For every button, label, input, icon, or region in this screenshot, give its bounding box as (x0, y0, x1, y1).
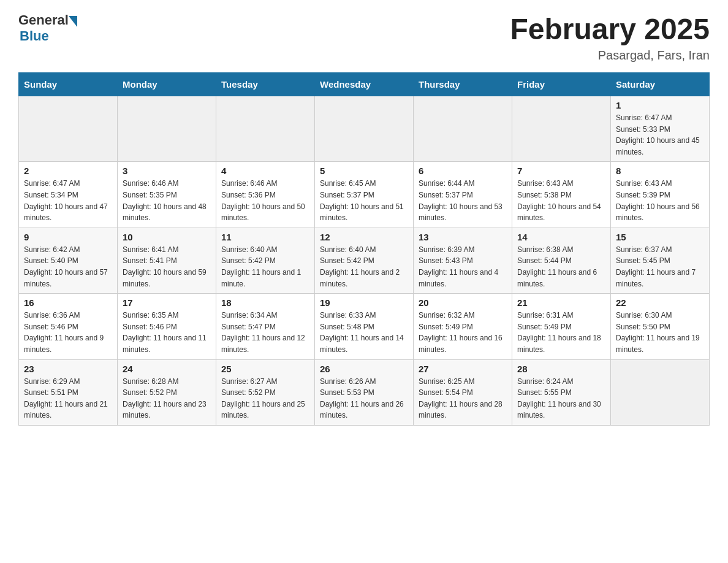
day-number: 18 (221, 297, 309, 308)
day-info: Sunrise: 6:38 AM Sunset: 5:44 PM Dayligh… (517, 244, 605, 289)
day-number: 20 (419, 297, 507, 308)
calendar-cell: 4Sunrise: 6:46 AM Sunset: 5:36 PM Daylig… (216, 162, 315, 228)
weekday-header-row: SundayMondayTuesdayWednesdayThursdayFrid… (19, 73, 710, 96)
day-number: 7 (517, 166, 605, 176)
calendar-cell (414, 96, 512, 162)
day-info: Sunrise: 6:40 AM Sunset: 5:42 PM Dayligh… (221, 244, 309, 289)
calendar-cell (315, 96, 414, 162)
calendar-week-row: 16Sunrise: 6:36 AM Sunset: 5:46 PM Dayli… (19, 294, 710, 359)
weekday-header-tuesday: Tuesday (216, 73, 315, 96)
calendar-cell: 17Sunrise: 6:35 AM Sunset: 5:46 PM Dayli… (118, 294, 216, 359)
weekday-header-wednesday: Wednesday (315, 73, 414, 96)
logo-text-blue: Blue (20, 28, 49, 44)
weekday-header-saturday: Saturday (611, 73, 710, 96)
calendar-cell (216, 96, 315, 162)
weekday-header-monday: Monday (118, 73, 216, 96)
calendar-cell: 8Sunrise: 6:43 AM Sunset: 5:39 PM Daylig… (611, 162, 710, 228)
day-info: Sunrise: 6:28 AM Sunset: 5:52 PM Dayligh… (123, 376, 211, 421)
calendar-cell: 7Sunrise: 6:43 AM Sunset: 5:38 PM Daylig… (512, 162, 611, 228)
calendar-cell: 9Sunrise: 6:42 AM Sunset: 5:40 PM Daylig… (19, 228, 118, 293)
day-number: 17 (123, 297, 211, 308)
day-info: Sunrise: 6:30 AM Sunset: 5:50 PM Dayligh… (616, 310, 704, 355)
calendar-cell (118, 96, 216, 162)
day-number: 26 (320, 364, 408, 374)
day-number: 12 (320, 232, 408, 242)
calendar-week-row: 23Sunrise: 6:29 AM Sunset: 5:51 PM Dayli… (19, 359, 710, 425)
day-number: 9 (24, 232, 112, 242)
day-info: Sunrise: 6:32 AM Sunset: 5:49 PM Dayligh… (419, 310, 507, 355)
calendar-cell: 15Sunrise: 6:37 AM Sunset: 5:45 PM Dayli… (611, 228, 710, 293)
logo-text-general: General (18, 12, 69, 28)
day-number: 14 (517, 232, 605, 242)
calendar-cell: 1Sunrise: 6:47 AM Sunset: 5:33 PM Daylig… (611, 96, 710, 162)
day-info: Sunrise: 6:46 AM Sunset: 5:35 PM Dayligh… (123, 178, 211, 223)
logo-arrow-icon (69, 16, 77, 27)
weekday-header-friday: Friday (512, 73, 611, 96)
day-info: Sunrise: 6:44 AM Sunset: 5:37 PM Dayligh… (419, 178, 507, 223)
day-info: Sunrise: 6:25 AM Sunset: 5:54 PM Dayligh… (419, 376, 507, 421)
day-number: 4 (221, 166, 309, 176)
calendar-cell: 10Sunrise: 6:41 AM Sunset: 5:41 PM Dayli… (118, 228, 216, 293)
calendar-cell: 16Sunrise: 6:36 AM Sunset: 5:46 PM Dayli… (19, 294, 118, 359)
day-number: 21 (517, 297, 605, 308)
calendar-week-row: 9Sunrise: 6:42 AM Sunset: 5:40 PM Daylig… (19, 228, 710, 293)
calendar-cell: 3Sunrise: 6:46 AM Sunset: 5:35 PM Daylig… (118, 162, 216, 228)
calendar-cell: 14Sunrise: 6:38 AM Sunset: 5:44 PM Dayli… (512, 228, 611, 293)
calendar-cell: 19Sunrise: 6:33 AM Sunset: 5:48 PM Dayli… (315, 294, 414, 359)
calendar-week-row: 2Sunrise: 6:47 AM Sunset: 5:34 PM Daylig… (19, 162, 710, 228)
day-info: Sunrise: 6:43 AM Sunset: 5:39 PM Dayligh… (616, 178, 704, 223)
calendar-cell (19, 96, 118, 162)
day-info: Sunrise: 6:33 AM Sunset: 5:48 PM Dayligh… (320, 310, 408, 355)
day-number: 8 (616, 166, 704, 176)
day-info: Sunrise: 6:37 AM Sunset: 5:45 PM Dayligh… (616, 244, 704, 289)
calendar-cell: 2Sunrise: 6:47 AM Sunset: 5:34 PM Daylig… (19, 162, 118, 228)
day-info: Sunrise: 6:24 AM Sunset: 5:55 PM Dayligh… (517, 376, 605, 421)
day-info: Sunrise: 6:41 AM Sunset: 5:41 PM Dayligh… (123, 244, 211, 289)
calendar-cell: 5Sunrise: 6:45 AM Sunset: 5:37 PM Daylig… (315, 162, 414, 228)
day-info: Sunrise: 6:47 AM Sunset: 5:33 PM Dayligh… (616, 112, 704, 158)
day-number: 15 (616, 232, 704, 242)
day-info: Sunrise: 6:43 AM Sunset: 5:38 PM Dayligh… (517, 178, 605, 223)
calendar-subtitle: Pasargad, Fars, Iran (510, 48, 710, 63)
day-number: 3 (123, 166, 211, 176)
calendar-cell: 20Sunrise: 6:32 AM Sunset: 5:49 PM Dayli… (414, 294, 512, 359)
calendar-title: February 2025 (510, 12, 710, 46)
day-info: Sunrise: 6:46 AM Sunset: 5:36 PM Dayligh… (221, 178, 309, 223)
calendar-cell: 6Sunrise: 6:44 AM Sunset: 5:37 PM Daylig… (414, 162, 512, 228)
day-info: Sunrise: 6:45 AM Sunset: 5:37 PM Dayligh… (320, 178, 408, 223)
calendar-table: SundayMondayTuesdayWednesdayThursdayFrid… (18, 72, 710, 426)
day-number: 1 (616, 100, 704, 110)
page-header: General Blue February 2025 Pasargad, Far… (18, 12, 710, 63)
day-number: 13 (419, 232, 507, 242)
day-number: 22 (616, 297, 704, 308)
day-number: 19 (320, 297, 408, 308)
day-info: Sunrise: 6:26 AM Sunset: 5:53 PM Dayligh… (320, 376, 408, 421)
day-info: Sunrise: 6:34 AM Sunset: 5:47 PM Dayligh… (221, 310, 309, 355)
day-number: 24 (123, 364, 211, 374)
calendar-cell: 27Sunrise: 6:25 AM Sunset: 5:54 PM Dayli… (414, 359, 512, 425)
calendar-week-row: 1Sunrise: 6:47 AM Sunset: 5:33 PM Daylig… (19, 96, 710, 162)
calendar-cell: 23Sunrise: 6:29 AM Sunset: 5:51 PM Dayli… (19, 359, 118, 425)
calendar-cell: 13Sunrise: 6:39 AM Sunset: 5:43 PM Dayli… (414, 228, 512, 293)
day-number: 11 (221, 232, 309, 242)
day-info: Sunrise: 6:35 AM Sunset: 5:46 PM Dayligh… (123, 310, 211, 355)
day-info: Sunrise: 6:27 AM Sunset: 5:52 PM Dayligh… (221, 376, 309, 421)
day-number: 6 (419, 166, 507, 176)
weekday-header-sunday: Sunday (19, 73, 118, 96)
day-number: 28 (517, 364, 605, 374)
calendar-cell (512, 96, 611, 162)
weekday-header-thursday: Thursday (414, 73, 512, 96)
title-section: February 2025 Pasargad, Fars, Iran (510, 12, 710, 63)
day-number: 16 (24, 297, 112, 308)
day-number: 23 (24, 364, 112, 374)
day-number: 25 (221, 364, 309, 374)
calendar-cell: 28Sunrise: 6:24 AM Sunset: 5:55 PM Dayli… (512, 359, 611, 425)
calendar-cell: 11Sunrise: 6:40 AM Sunset: 5:42 PM Dayli… (216, 228, 315, 293)
day-info: Sunrise: 6:40 AM Sunset: 5:42 PM Dayligh… (320, 244, 408, 289)
day-number: 10 (123, 232, 211, 242)
day-info: Sunrise: 6:47 AM Sunset: 5:34 PM Dayligh… (24, 178, 112, 223)
calendar-cell: 24Sunrise: 6:28 AM Sunset: 5:52 PM Dayli… (118, 359, 216, 425)
calendar-cell: 22Sunrise: 6:30 AM Sunset: 5:50 PM Dayli… (611, 294, 710, 359)
calendar-cell: 25Sunrise: 6:27 AM Sunset: 5:52 PM Dayli… (216, 359, 315, 425)
day-info: Sunrise: 6:36 AM Sunset: 5:46 PM Dayligh… (24, 310, 112, 355)
